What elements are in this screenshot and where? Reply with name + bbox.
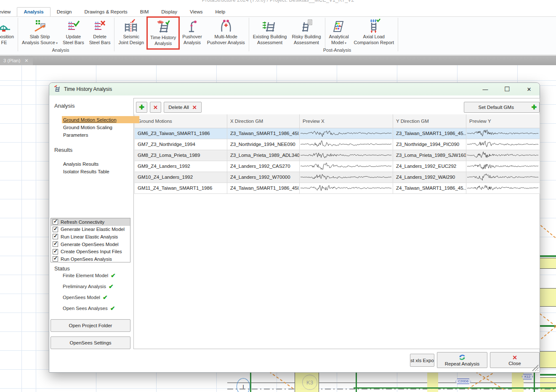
checkbox-row-create-opensees-input-files[interactable]: Create OpenSees Input Files [51,248,130,255]
menu-tab-drawings-reports[interactable]: Drawings & Reports [78,8,134,16]
repeat-analysis-button[interactable]: Repeat Analysis [437,352,487,368]
ribbon-button-label: Joint Design [118,40,144,46]
app-window: ProtaStructure 2024 (7.0.0) / Project: B… [0,0,556,392]
checkbox-checked-icon[interactable] [53,219,58,225]
checkbox-row-run-opensees-analysis[interactable]: Run OpenSees Analysis [51,255,130,263]
column-header-x-direction-gm[interactable]: X Direction GM [227,114,300,128]
set-default-gms-button[interactable]: Set Default GMs ✚ [464,102,540,113]
menu-tab-design[interactable]: Design [51,8,78,16]
section-hex-label: C20D6 [455,379,471,384]
table-row-gm6_z3_taiwan_smart1_1986[interactable]: GM6_Z3_Taiwan_SMART1_1986Z3_Taiwan_SMART… [135,128,540,139]
table-row-gm8_z3_loma_prieta_1989[interactable]: GM8_Z3_Loma_Prieta_1989Z3_Loma_Prieta_19… [135,150,540,161]
checkbox-label: Generate Linear Elastic Model [61,227,125,232]
column-header-y-direction-gm[interactable]: Y Direction GM [393,114,466,128]
checkbox-row-refresh-connectivity[interactable]: Refresh Connectivity [51,218,130,226]
opensees-settings-button[interactable]: OpenSees Settings [51,336,130,349]
column-header-preview-x[interactable]: Preview X [300,114,393,128]
ground-motions-table: Ground MotionsX Direction GMPreview XY D… [134,114,540,194]
menu-bar: eviewAnalysisDesignDrawings & ReportsBIM… [0,7,556,16]
close-label: Close [508,361,521,366]
dialog-title-bar[interactable]: Time History Analysis — ☐ ✕ [49,83,540,95]
nav-item-parameters[interactable]: Parameters [62,131,169,138]
checkbox-row-generate-linear-elastic-model[interactable]: Generate Linear Elastic Model [51,226,130,233]
ribbon-button-update-steel-bars[interactable]: UpdateSteel Bars [60,17,87,46]
menu-tab-bim[interactable]: BIM [134,8,155,16]
ribbon-button-axial-load-comparison-report[interactable]: Axial LoadComparison Report [351,17,396,46]
green-check-icon: ✔ [110,306,115,310]
risky-building-icon [298,18,314,34]
x-direction-gm[interactable]: Z3_Loma_Prieta_1989_ADL340 [227,150,300,161]
nav-item-isolator-results-table[interactable]: Isolator Results Table [62,168,169,175]
ribbon-button-label: Slab Strip [30,34,50,40]
minimize-icon[interactable]: — [479,84,492,95]
delete-ground-motion-button[interactable]: ✕ [150,102,161,113]
ribbon-button-pushover-analysis[interactable]: PushoverAnalysis [180,17,204,46]
column-header-preview-y[interactable]: Preview Y [466,114,540,128]
y-direction-gm[interactable]: Z4_Landers_1992_EUC292 [393,161,466,172]
close-tab-icon[interactable]: ✕ [24,58,28,64]
table-row-gm10_z4_landers_1992[interactable]: GM10_Z4_Landers_1992Z4_Landers_1992_W700… [135,172,540,183]
checkbox-checked-icon[interactable] [53,241,58,247]
y-direction-gm[interactable]: Z4_Landers_1992_WAI290 [393,172,466,183]
ground-motion-name[interactable]: GM8_Z3_Loma_Prieta_1989 [135,150,227,161]
pushover-icon [184,18,200,34]
ribbon-button-existing-building-assessment[interactable]: Existing BuildingAssessment [250,17,290,46]
x-direction-gm[interactable]: Z3_Taiwan_SMART1_1986_45I... [227,128,300,139]
checkbox-checked-icon[interactable] [53,256,58,262]
ribbon-button-risky-building-assessment[interactable]: Risky BuildingAssessment [289,17,323,46]
export-xls-button-partial[interactable]: st xls Expo [410,354,434,367]
ground-motion-name[interactable]: GM7_Z3_Northridge_1994 [135,139,227,150]
ribbon-button-analytical-model[interactable]: AnalyticalModel▾ [327,17,351,46]
ribbon-button-slab-strip-analysis-source[interactable]: Slab StripAnalysis Source▾ [19,17,60,46]
ground-motion-name[interactable]: GM11_Z4_Taiwan_SMART1_1986 [135,183,227,193]
checkbox-row-generate-opensees-model[interactable]: Generate OpenSees Model [51,241,130,248]
checkbox-row-run-linear-elastic-analysis[interactable]: Run Linear Elastic Analysis [51,233,130,241]
maximize-icon[interactable]: ☐ [501,84,513,95]
y-direction-gm[interactable]: Z3_Taiwan_SMART1_1986_45... [393,128,466,139]
menu-tab-display[interactable]: Display [155,8,184,16]
add-ground-motion-button[interactable]: ✚ [136,102,147,113]
axial-load-icon [366,18,382,34]
ribbon-button-seismic-joint-design[interactable]: SeismicJoint Design [116,17,146,46]
y-direction-gm[interactable]: Z4_Taiwan_SMART1_1986_45... [393,183,466,193]
ribbon-button-mposition-fe[interactable]: mpositionFE [0,17,16,46]
table-row-gm7_z3_northridge_1994[interactable]: GM7_Z3_Northridge_1994Z3_Northridge_1994… [135,139,540,150]
x-direction-gm[interactable]: Z4_Landers_1992_W70000 [227,172,300,183]
delete-all-button[interactable]: Delete All ✕ [164,102,202,113]
ribbon-button-label: Analytical [329,34,349,40]
nav-item-ground-motion-scaling[interactable]: Ground Motion Scaling [62,124,169,131]
preview-y-waveform [466,150,540,161]
menu-tab-help[interactable]: Help [209,8,231,16]
x-direction-gm[interactable]: Z4_Landers_1992_CAS270 [227,161,300,172]
x-direction-gm[interactable]: Z4_Taiwan_SMART1_1986_45I... [227,183,300,193]
checkbox-checked-icon[interactable] [53,234,58,239]
ribbon-button-time-history-analysis[interactable]: Time HistoryAnalysis [148,18,178,47]
plan-fragment-right [540,154,556,392]
plan-beam-green [540,325,556,327]
checkbox-checked-icon[interactable] [53,249,58,254]
table-row-gm9_z4_landers_1992[interactable]: GM9_Z4_Landers_1992Z4_Landers_1992_CAS27… [135,161,540,172]
ribbon-button-label: Analysis [154,41,172,47]
table-row-gm11_z4_taiwan_smart1_1986[interactable]: GM11_Z4_Taiwan_SMART1_1986Z4_Taiwan_SMAR… [135,183,540,193]
document-tab-plan[interactable]: 3 (Plan) ✕ [0,56,33,65]
section-hex-label: K12 [522,374,533,379]
menu-tab-eview[interactable]: eview [0,8,17,16]
checkbox-label: Create OpenSees Input Files [61,249,122,254]
close-button[interactable]: ✕ Close [490,352,540,368]
preview-x-waveform [300,150,393,161]
ribbon-button-multi-mode-pushover-analysis[interactable]: Multi-ModePushover Analysis [205,17,247,46]
nav-item-ground-motion-selection[interactable]: Ground Motion Selection [62,116,139,123]
open-project-folder-button[interactable]: Open Project Folder [51,319,130,332]
menu-tab-views[interactable]: Views [184,8,209,16]
nav-item-analysis-results[interactable]: Analysis Results [62,160,169,167]
checkbox-checked-icon[interactable] [53,227,58,232]
ribbon-button-delete-steel-bars[interactable]: DeleteSteel Bars [87,17,113,46]
y-direction-gm[interactable]: Z3_Northridge_1994_PIC090 [393,139,466,150]
preview-x-waveform [300,128,393,139]
y-direction-gm[interactable]: Z3_Loma_Prieta_1989_SJW160 [393,150,466,161]
ribbon-button-label: Steel Bars [89,40,111,46]
menu-tab-analysis[interactable]: Analysis [17,7,50,16]
x-direction-gm[interactable]: Z3_Northridge_1994_NEE090 [227,139,300,150]
close-icon[interactable]: ✕ [523,84,535,95]
analysis-section-heading: Analysis [54,103,74,109]
